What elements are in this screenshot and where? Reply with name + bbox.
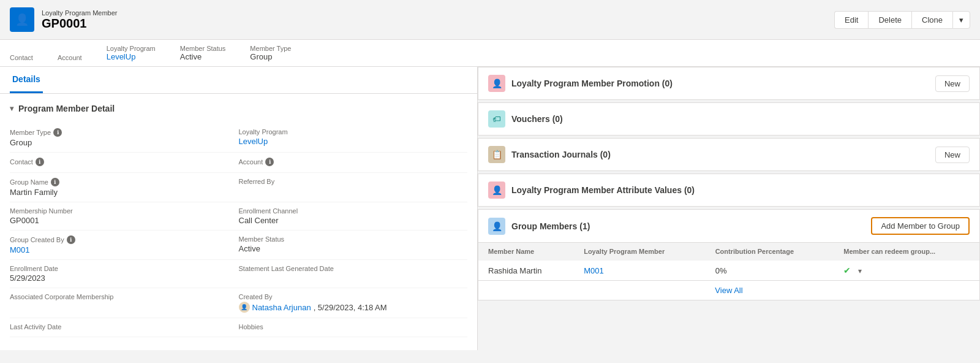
- field-enrollment-channel: Enrollment Channel Call Center: [239, 202, 468, 231]
- field-associated-corporate-label: Associated Corporate Membership: [10, 293, 229, 300]
- account-label: Account: [58, 54, 82, 61]
- cell-loyalty-program-member[interactable]: M001: [574, 261, 706, 281]
- info-icon-account: ℹ: [265, 158, 274, 166]
- delete-button[interactable]: Delete: [868, 11, 911, 29]
- chevron-icon: ▾: [10, 104, 13, 113]
- group-members-table: Member Name Loyalty Program Member Contr…: [478, 242, 979, 280]
- field-account: Account ℹ: [239, 153, 468, 173]
- sub-header: Contact Account Loyalty Program LevelUp …: [0, 40, 980, 67]
- field-membership-number-value: GP0001: [10, 216, 229, 225]
- related-attribute-values-title-group: 👤 Loyalty Program Member Attribute Value…: [488, 182, 695, 199]
- member-type-value: Group: [250, 52, 291, 61]
- cell-member-name: Rashida Martin: [478, 261, 574, 281]
- field-last-activity-date-label: Last Activity Date: [10, 323, 229, 331]
- table-row: Rashida Martin M001 0% ✔ ▾: [478, 261, 979, 281]
- left-panel: Details ▾ Program Member Detail Member T…: [0, 67, 478, 350]
- related-transaction-journals-title-group: 📋 Transaction Journals (0): [488, 146, 611, 163]
- cell-contribution-percentage: 0%: [706, 261, 834, 281]
- details-tab-bar: Details: [0, 67, 477, 94]
- section-header[interactable]: ▾ Program Member Detail: [10, 104, 467, 113]
- field-created-by: Created By 👤 Natasha Arjunan , 5/29/2023…: [239, 288, 468, 318]
- loyalty-program-label: Loyalty Program: [107, 45, 156, 52]
- field-account-label: Account ℹ: [239, 158, 458, 166]
- field-enrollment-channel-value: Call Center: [239, 216, 458, 225]
- transaction-journals-title: Transaction Journals (0): [511, 150, 611, 159]
- field-hobbies-label: Hobbies: [239, 323, 458, 331]
- checkbox-checked-icon: ✔: [843, 266, 851, 275]
- sub-header-contact: Contact: [10, 54, 33, 66]
- field-enrollment-date: Enrollment Date 5/29/2023: [10, 260, 239, 288]
- member-status-value: Active: [180, 52, 226, 61]
- related-transaction-journals-header: 📋 Transaction Journals (0) New: [478, 139, 979, 170]
- related-transaction-journals: 📋 Transaction Journals (0) New: [478, 138, 980, 171]
- field-loyalty-program-label: Loyalty Program: [239, 128, 458, 136]
- field-referred-by: Referred By: [239, 173, 468, 202]
- info-icon-contact: ℹ: [36, 158, 44, 166]
- attribute-values-icon: 👤: [488, 182, 505, 199]
- add-member-to-group-button[interactable]: Add Member to Group: [871, 217, 970, 235]
- created-by-row: 👤 Natasha Arjunan , 5/29/2023, 4:18 AM: [239, 302, 458, 313]
- loyalty-promotion-new-button[interactable]: New: [935, 75, 970, 92]
- actions-dropdown-button[interactable]: ▾: [952, 11, 970, 29]
- sub-header-member-status: Member Status Active: [180, 45, 226, 66]
- field-statement-last-generated-label: Statement Last Generated Date: [239, 265, 458, 272]
- field-membership-number-label: Membership Number: [10, 207, 229, 215]
- field-member-type-value: Group: [10, 138, 229, 147]
- vouchers-title: Vouchers (0): [511, 114, 563, 124]
- related-vouchers-title-group: 🏷 Vouchers (0): [488, 110, 563, 128]
- header-actions: Edit Delete Clone ▾: [834, 11, 970, 29]
- record-id-title: GP0001: [42, 17, 118, 31]
- transaction-journals-icon: 📋: [488, 146, 505, 163]
- right-panel: 👤 Loyalty Program Member Promotion (0) N…: [478, 67, 980, 350]
- field-associated-corporate: Associated Corporate Membership: [10, 288, 239, 318]
- header-title-block: Loyalty Program Member GP0001: [42, 9, 118, 31]
- related-loyalty-promotion: 👤 Loyalty Program Member Promotion (0) N…: [478, 67, 980, 100]
- field-statement-last-generated: Statement Last Generated Date: [239, 260, 468, 288]
- loyalty-program-value[interactable]: LevelUp: [107, 52, 156, 61]
- edit-button[interactable]: Edit: [834, 11, 868, 29]
- col-can-redeem: Member can redeem group...: [834, 243, 979, 261]
- field-created-by-value[interactable]: Natasha Arjunan: [252, 303, 311, 312]
- header-left: 👤 Loyalty Program Member GP0001: [10, 7, 118, 32]
- attribute-values-title: Loyalty Program Member Attribute Values …: [511, 185, 695, 195]
- field-created-by-label: Created By: [239, 293, 458, 300]
- related-loyalty-promotion-header: 👤 Loyalty Program Member Promotion (0) N…: [478, 67, 979, 99]
- field-membership-number: Membership Number GP0001: [10, 202, 239, 231]
- group-members-title: Group Members (1): [511, 221, 590, 231]
- loyalty-promotion-icon: 👤: [488, 75, 505, 92]
- info-icon: ℹ: [53, 128, 62, 137]
- details-tab[interactable]: Details: [10, 67, 43, 93]
- member-type-label: Member Type: [250, 45, 291, 52]
- field-loyalty-program-value[interactable]: LevelUp: [239, 137, 268, 146]
- member-status-label: Member Status: [180, 45, 226, 52]
- field-last-activity-date: Last Activity Date: [10, 318, 239, 337]
- col-contribution-percentage: Contribution Percentage: [706, 243, 834, 261]
- field-member-type: Member Type ℹ Group: [10, 123, 239, 153]
- field-loyalty-program: Loyalty Program LevelUp: [239, 123, 468, 153]
- clone-button[interactable]: Clone: [911, 11, 952, 29]
- sub-header-loyalty-program: Loyalty Program LevelUp: [107, 45, 156, 66]
- group-members-icon: 👤: [488, 218, 505, 235]
- table-header-row: Member Name Loyalty Program Member Contr…: [478, 243, 979, 261]
- field-member-type-label: Member Type ℹ: [10, 128, 229, 137]
- sub-header-member-type: Member Type Group: [250, 45, 291, 66]
- transaction-journals-new-button[interactable]: New: [935, 147, 970, 163]
- fields-grid: Member Type ℹ Group Loyalty Program Leve…: [10, 123, 467, 337]
- view-all-link[interactable]: View All: [478, 280, 979, 300]
- vouchers-icon: 🏷: [488, 110, 505, 128]
- field-member-status: Member Status Active: [239, 231, 468, 260]
- field-group-created-by-value[interactable]: M001: [10, 245, 30, 254]
- field-group-name-label: Group Name ℹ: [10, 178, 229, 186]
- field-referred-by-label: Referred By: [239, 178, 458, 185]
- info-icon-group-created-by: ℹ: [67, 235, 75, 244]
- col-loyalty-program-member: Loyalty Program Member: [574, 243, 706, 261]
- field-member-status-label: Member Status: [239, 235, 458, 243]
- created-by-avatar: 👤: [239, 302, 250, 313]
- dropdown-arrow-icon[interactable]: ▾: [858, 267, 862, 275]
- related-title-group: 👤 Loyalty Program Member Promotion (0): [488, 75, 673, 92]
- field-contact: Contact ℹ: [10, 153, 239, 173]
- page-header: 👤 Loyalty Program Member GP0001 Edit Del…: [0, 0, 980, 40]
- field-group-created-by-label: Group Created By ℹ: [10, 235, 229, 244]
- field-created-by-date: , 5/29/2023, 4:18 AM: [314, 303, 387, 312]
- field-group-created-by: Group Created By ℹ M001: [10, 231, 239, 260]
